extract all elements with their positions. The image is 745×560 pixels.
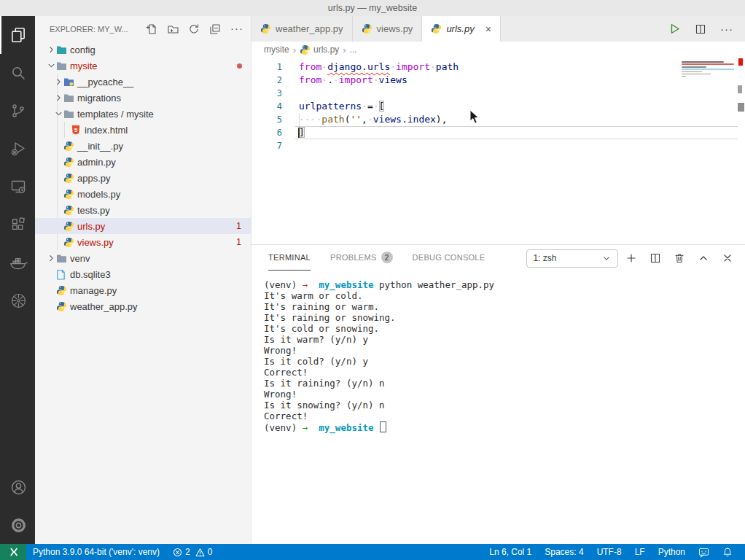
terminal-text: Is it raining? (y/n) n bbox=[264, 378, 385, 389]
tree-item-venv[interactable]: venv bbox=[35, 250, 251, 266]
feedback[interactable] bbox=[692, 544, 716, 560]
tree-item-weather_app.py[interactable]: weather_app.py bbox=[35, 298, 251, 314]
tree-item-index.html[interactable]: 5index.html bbox=[35, 122, 251, 138]
python-file-icon bbox=[56, 300, 70, 312]
cursor-position[interactable]: Ln 6, Col 1 bbox=[483, 544, 538, 560]
language-mode-label: Python bbox=[658, 547, 685, 557]
tab-views-py[interactable]: views.py bbox=[353, 16, 423, 42]
new-terminal-button[interactable] bbox=[625, 252, 637, 264]
code-token: = bbox=[367, 101, 373, 112]
tree-item-apps.py[interactable]: apps.py bbox=[35, 170, 251, 186]
tree-item-migrations[interactable]: migrations bbox=[35, 90, 251, 106]
encoding[interactable]: UTF-8 bbox=[590, 544, 628, 560]
activity-account[interactable] bbox=[0, 468, 35, 506]
activity-docker[interactable] bbox=[0, 244, 35, 281]
activity-remote-explorer[interactable] bbox=[0, 168, 35, 206]
breadcrumb-item-mysite[interactable]: mysite bbox=[264, 44, 289, 55]
close-panel-button[interactable] bbox=[722, 252, 733, 264]
indent-guide bbox=[299, 113, 300, 126]
folder-icon bbox=[56, 44, 70, 55]
tree-item-label: __pycache__ bbox=[77, 77, 133, 88]
language-mode[interactable]: Python bbox=[652, 544, 692, 560]
close-icon[interactable]: × bbox=[485, 24, 491, 34]
problem-count-badge: 1 bbox=[236, 237, 241, 247]
activity-kubernetes[interactable] bbox=[0, 281, 35, 319]
tree-item-manage.py[interactable]: manage.py bbox=[35, 282, 251, 298]
code-token: from bbox=[299, 61, 321, 72]
activity-extensions[interactable] bbox=[0, 206, 35, 244]
panel-tab-debug-console[interactable]: DEBUG CONSOLE bbox=[413, 245, 485, 271]
problems-status[interactable]: 20 bbox=[166, 544, 219, 560]
code-token: · bbox=[321, 61, 327, 72]
activity-run-debug[interactable] bbox=[0, 130, 35, 168]
run-button[interactable] bbox=[668, 23, 681, 35]
tree-item-config[interactable]: config bbox=[35, 42, 251, 58]
tree-item-label: models.py bbox=[77, 189, 120, 200]
split-editor-button[interactable] bbox=[695, 23, 706, 35]
terminal-text: python weather_app.py bbox=[374, 279, 495, 290]
python-file-icon bbox=[431, 23, 442, 34]
refresh-button[interactable] bbox=[188, 23, 200, 35]
sqlite-file-icon bbox=[56, 268, 70, 280]
maximize-panel-button[interactable] bbox=[698, 252, 709, 264]
tree-item-models.py[interactable]: models.py bbox=[35, 186, 251, 202]
remote-indicator[interactable] bbox=[0, 544, 26, 560]
code-token: [ bbox=[379, 101, 385, 112]
breadcrumb-item-[interactable]: ... bbox=[350, 44, 357, 55]
chevron-right-icon bbox=[54, 93, 63, 103]
tree-item-views.py[interactable]: views.py1 bbox=[35, 234, 251, 250]
tree-item-admin.py[interactable]: admin.py bbox=[35, 154, 251, 170]
breadcrumb-item-urlspy[interactable]: urls.py bbox=[300, 44, 339, 55]
source-control-icon bbox=[9, 102, 27, 120]
error-count: 2 bbox=[185, 547, 190, 557]
new-folder-button[interactable] bbox=[167, 23, 179, 35]
panel-tab-terminal[interactable]: TERMINAL bbox=[268, 245, 311, 271]
tab-urls-py[interactable]: urls.py× bbox=[422, 16, 500, 42]
breadcrumb-separator: › bbox=[343, 44, 346, 55]
terminal-shell-select[interactable]: 1: zsh bbox=[526, 249, 618, 268]
folder-icon bbox=[56, 60, 70, 71]
breadcrumb-separator: › bbox=[293, 44, 296, 55]
split-terminal-button[interactable] bbox=[650, 252, 661, 264]
eol[interactable]: LF bbox=[628, 544, 652, 560]
minimap[interactable] bbox=[682, 59, 736, 79]
more-button[interactable]: ··· bbox=[230, 25, 243, 34]
more-button[interactable]: ··· bbox=[720, 23, 733, 36]
panel-actions bbox=[625, 252, 733, 264]
tree-item-templates---mysite[interactable]: templates / mysite bbox=[35, 106, 251, 122]
code-token: '' bbox=[350, 114, 362, 125]
tree-item-__pycache__[interactable]: __pycache__ bbox=[35, 74, 251, 90]
tree-item-label: db.sqlite3 bbox=[70, 269, 111, 280]
panel-tab-problems[interactable]: PROBLEMS2 bbox=[330, 245, 393, 271]
problems-count-badge: 2 bbox=[381, 252, 393, 263]
code-editor[interactable]: 1from·django.urls·import·path2from·.·imp… bbox=[251, 58, 745, 244]
new-file-button[interactable] bbox=[146, 23, 157, 35]
python-file-icon bbox=[63, 220, 77, 232]
python-file-icon bbox=[63, 236, 77, 248]
docker-icon bbox=[9, 253, 28, 272]
activity-settings[interactable] bbox=[0, 506, 35, 544]
tree-item-mysite[interactable]: mysite bbox=[35, 58, 251, 74]
indentation[interactable]: Spaces: 4 bbox=[538, 544, 590, 560]
notifications[interactable] bbox=[716, 544, 739, 560]
activity-search[interactable] bbox=[0, 54, 35, 92]
activity-explorer[interactable] bbox=[0, 16, 35, 54]
terminal-text: It's raining or snowing. bbox=[264, 312, 396, 323]
terminal-output[interactable]: (venv) → my_website python weather_app.p… bbox=[251, 271, 745, 544]
kill-terminal-button[interactable] bbox=[674, 252, 685, 264]
tab-weather_app-py[interactable]: weather_app.py bbox=[251, 16, 353, 42]
tree-item-urls.py[interactable]: urls.py1 bbox=[35, 218, 251, 234]
tree-indent-spacer bbox=[47, 301, 56, 311]
tree-item-tests.py[interactable]: tests.py bbox=[35, 202, 251, 218]
tree-indent-spacer bbox=[47, 269, 56, 279]
terminal-text bbox=[374, 422, 380, 433]
collapse-all-button[interactable] bbox=[209, 23, 221, 35]
python-interpreter[interactable]: Python 3.9.0 64-bit ('venv': venv) bbox=[26, 544, 166, 560]
tree-item-db.sqlite3[interactable]: db.sqlite3 bbox=[35, 266, 251, 282]
chevron-right-icon bbox=[54, 77, 63, 87]
code-token: ), bbox=[436, 114, 448, 125]
tree-item-__init__.py[interactable]: __init__.py bbox=[35, 138, 251, 154]
extensions-icon bbox=[9, 216, 27, 233]
python-file-icon bbox=[56, 284, 70, 296]
activity-source-control[interactable] bbox=[0, 92, 35, 130]
